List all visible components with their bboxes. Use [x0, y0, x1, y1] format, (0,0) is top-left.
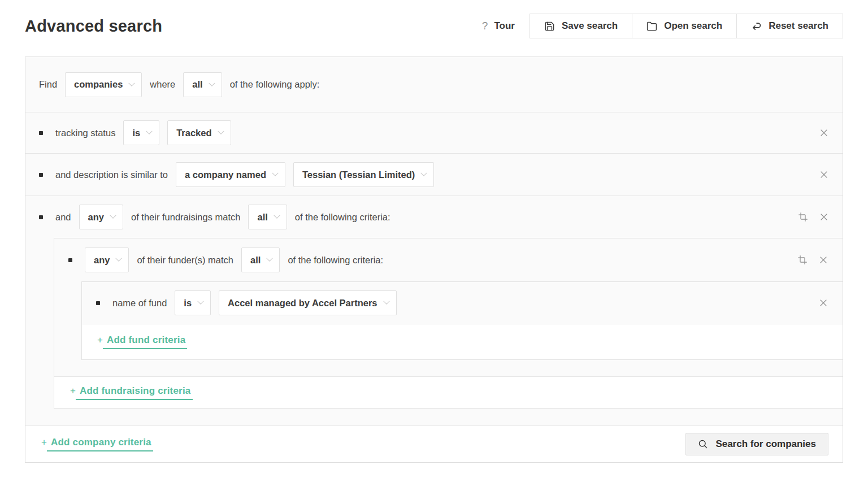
- tour-label: Tour: [494, 20, 515, 32]
- open-search-button[interactable]: Open search: [632, 14, 736, 38]
- crop-fundraising-group-button[interactable]: [798, 212, 808, 222]
- funder-quantifier-value: any: [94, 255, 110, 266]
- where-label: where: [150, 79, 175, 90]
- plus-icon: +: [70, 385, 76, 397]
- tracking-operator-value: is: [132, 128, 140, 138]
- fundraising-criteria-group: and any of their fundraisings match all …: [25, 196, 843, 425]
- funder-match-value: all: [250, 255, 261, 266]
- tracking-operator-dropdown[interactable]: is: [123, 120, 159, 145]
- question-mark-icon: ?: [482, 20, 488, 32]
- description-type-value: a company named: [185, 170, 266, 180]
- fundraising-match-value: all: [257, 212, 267, 223]
- add-fund-criteria-row: + Add fund criteria: [82, 324, 843, 359]
- open-search-label: Open search: [664, 20, 722, 32]
- x-icon: [819, 170, 829, 180]
- search-for-companies-button[interactable]: Search for companies: [685, 433, 828, 455]
- fundraising-middle-label: of their fundraisings match: [131, 212, 241, 223]
- chevron-down-icon: [209, 80, 215, 86]
- page-title: Advanced search: [25, 17, 162, 36]
- funder-criteria-panel: any of their funder(s) match all of the …: [54, 238, 843, 409]
- x-icon: [819, 212, 829, 222]
- crop-icon: [798, 212, 808, 222]
- undo-arrow-icon: [751, 21, 762, 32]
- chevron-down-icon: [272, 170, 278, 176]
- plus-icon: +: [97, 335, 103, 346]
- funder-middle-label: of their funder(s) match: [137, 255, 233, 266]
- fund-operator-dropdown[interactable]: is: [175, 290, 211, 315]
- funder-suffix-label: of the following criteria:: [288, 255, 383, 266]
- fund-name-label: name of fund: [112, 298, 167, 309]
- fundraising-suffix-label: of the following criteria:: [295, 212, 390, 223]
- remove-fund-criteria-button[interactable]: [818, 298, 828, 308]
- header-actions: ? Tour Save search Open search: [482, 14, 843, 38]
- find-suffix-label: of the following apply:: [230, 79, 320, 90]
- search-icon: [698, 439, 708, 449]
- advanced-search-page: Advanced search ? Tour Save search Open …: [0, 8, 868, 482]
- floppy-disk-icon: [544, 21, 555, 32]
- square-bullet-icon: [39, 131, 43, 135]
- chevron-down-icon: [218, 128, 224, 134]
- tracking-status-label: tracking status: [55, 128, 115, 138]
- save-search-button[interactable]: Save search: [530, 14, 632, 38]
- description-type-dropdown[interactable]: a company named: [176, 162, 285, 187]
- funder-group-controls: [798, 255, 828, 265]
- funder-match-dropdown[interactable]: all: [241, 247, 280, 272]
- remove-tracking-criteria-button[interactable]: [819, 128, 829, 138]
- find-match-dropdown-value: all: [192, 79, 202, 90]
- tracking-value: Tracked: [176, 128, 211, 138]
- add-fundraising-criteria-label: Add fundraising criteria: [76, 385, 193, 400]
- chevron-down-icon: [116, 255, 122, 262]
- remove-fundraising-group-button[interactable]: [819, 212, 829, 222]
- funder-group-header: any of their funder(s) match all of the …: [54, 238, 843, 281]
- chevron-down-icon: [383, 298, 389, 305]
- page-header: Advanced search ? Tour Save search Open …: [25, 8, 843, 44]
- fundraising-group-header: and any of their fundraisings match all …: [25, 196, 843, 238]
- reset-search-button[interactable]: Reset search: [736, 14, 843, 38]
- search-for-companies-label: Search for companies: [715, 438, 816, 450]
- save-search-label: Save search: [562, 20, 618, 32]
- find-match-dropdown[interactable]: all: [183, 72, 222, 97]
- square-bullet-icon: [96, 301, 100, 305]
- reset-search-label: Reset search: [769, 20, 828, 32]
- fundraising-quantifier-dropdown[interactable]: any: [79, 205, 123, 229]
- description-company-dropdown[interactable]: Tessian (Tessian Limited): [293, 162, 434, 187]
- crop-icon: [798, 255, 807, 264]
- fundraising-group-controls: [798, 212, 829, 222]
- fundraising-match-dropdown[interactable]: all: [248, 205, 287, 229]
- chevron-down-icon: [129, 80, 135, 86]
- square-bullet-icon: [39, 173, 43, 177]
- add-fund-criteria-link[interactable]: + Add fund criteria: [97, 335, 187, 349]
- find-row: Find companies where all of the followin…: [25, 57, 843, 112]
- tour-button[interactable]: ? Tour: [482, 20, 515, 32]
- fund-value-dropdown[interactable]: Accel managed by Accel Partners: [219, 290, 396, 315]
- fund-value: Accel managed by Accel Partners: [228, 298, 377, 309]
- chevron-down-icon: [110, 212, 116, 219]
- fund-operator-value: is: [184, 298, 192, 309]
- entity-dropdown-value: companies: [74, 79, 123, 90]
- chevron-down-icon: [274, 212, 280, 219]
- square-bullet-icon: [39, 215, 43, 219]
- add-fundraising-criteria-link[interactable]: + Add fundraising criteria: [70, 385, 193, 400]
- add-company-criteria-label: Add company criteria: [47, 437, 153, 451]
- tracking-value-dropdown[interactable]: Tracked: [167, 120, 231, 145]
- crop-funder-group-button[interactable]: [798, 255, 807, 264]
- criteria-row-description: and description is similar to a company …: [25, 153, 843, 196]
- fundraising-quantifier-value: any: [88, 212, 104, 223]
- search-builder-panel: Find companies where all of the followin…: [25, 57, 843, 463]
- remove-description-criteria-button[interactable]: [819, 170, 829, 180]
- remove-funder-group-button[interactable]: [818, 255, 828, 265]
- add-company-criteria-link[interactable]: + Add company criteria: [41, 437, 153, 451]
- criteria-row-fund-name: name of fund is Accel managed by Accel P…: [82, 282, 843, 324]
- funder-quantifier-dropdown[interactable]: any: [85, 247, 129, 272]
- chevron-down-icon: [421, 170, 427, 176]
- x-icon: [818, 255, 828, 265]
- fund-criteria-panel: name of fund is Accel managed by Accel P…: [81, 281, 843, 360]
- description-label: and description is similar to: [55, 170, 168, 180]
- chevron-down-icon: [267, 255, 273, 262]
- square-bullet-icon: [68, 258, 72, 262]
- description-company-value: Tessian (Tessian Limited): [302, 170, 415, 180]
- x-icon: [819, 128, 829, 138]
- plus-icon: +: [41, 437, 47, 448]
- entity-dropdown[interactable]: companies: [65, 72, 142, 97]
- add-fund-criteria-label: Add fund criteria: [103, 335, 187, 349]
